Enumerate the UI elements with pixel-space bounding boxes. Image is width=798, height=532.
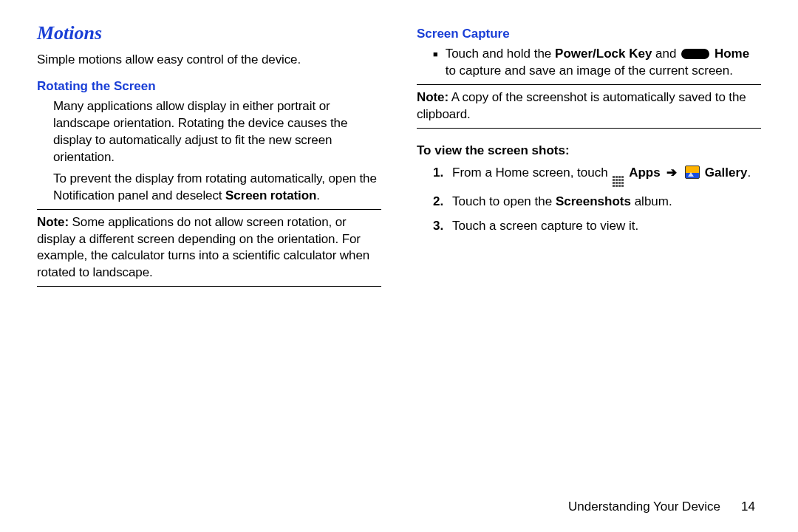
step1-pre: From a Home screen, touch: [452, 166, 611, 180]
bullet-and: and: [652, 47, 680, 61]
step1-end: .: [748, 166, 751, 180]
rotating-paragraph-2: To prevent the display from rotating aut…: [53, 171, 381, 205]
power-lock-key-term: Power/Lock Key: [555, 47, 652, 61]
note-text: A copy of the screenshot is automaticall…: [417, 90, 746, 121]
page-number: 14: [741, 499, 755, 514]
gallery-term: Gallery: [705, 166, 748, 180]
step-1: From a Home screen, touch Apps ➔ Gallery…: [433, 163, 761, 187]
divider: [37, 209, 381, 210]
bullet-text: Touch and hold the Power/Lock Key and Ho…: [446, 46, 761, 80]
screenshots-term: Screenshots: [556, 194, 631, 208]
arrow-icon: ➔: [666, 166, 677, 180]
apps-term: Apps: [629, 166, 661, 180]
section-title-motions: Motions: [37, 22, 381, 44]
capture-note: Note: A copy of the screenshot is automa…: [417, 89, 761, 123]
note-label: Note:: [417, 90, 449, 104]
home-term: Home: [715, 47, 749, 61]
view-screenshots-subhead: To view the screen shots:: [417, 143, 761, 158]
rotating-paragraph-1: Many applications allow display in eithe…: [53, 98, 381, 166]
divider: [417, 84, 761, 85]
screen-rotation-term: Screen rotation: [225, 188, 316, 202]
subsection-rotating-heading: Rotating the Screen: [37, 79, 381, 94]
home-button-icon: [681, 49, 709, 59]
manual-page: Motions Simple motions allow easy contro…: [0, 0, 798, 532]
left-column: Motions Simple motions allow easy contro…: [37, 22, 381, 499]
step2-pre: Touch to open the: [452, 194, 556, 208]
divider: [417, 128, 761, 129]
bullet-post: to capture and save an image of the curr…: [446, 64, 733, 78]
rotating-p2-suffix: .: [316, 188, 320, 202]
step2-post: album.: [631, 194, 672, 208]
divider: [37, 286, 381, 287]
bullet-pre: Touch and hold the: [446, 47, 555, 61]
view-steps-list: From a Home screen, touch Apps ➔ Gallery…: [433, 163, 761, 236]
rotating-note: Note: Some applications do not allow scr…: [37, 214, 381, 282]
note-text: Some applications do not allow screen ro…: [37, 215, 369, 280]
step-3: Touch a screen capture to view it.: [433, 216, 761, 236]
subsection-screen-capture-heading: Screen Capture: [417, 27, 761, 41]
note-label: Note:: [37, 215, 69, 229]
step-2: Touch to open the Screenshots album.: [433, 191, 761, 211]
screen-capture-bullet: ■ Touch and hold the Power/Lock Key and …: [433, 46, 761, 80]
gallery-icon: [685, 166, 700, 179]
right-column: Screen Capture ■ Touch and hold the Powe…: [417, 22, 761, 499]
apps-icon: [613, 176, 624, 187]
intro-text: Simple motions allow easy control of the…: [37, 52, 381, 69]
rotating-p2-prefix: To prevent the display from rotating aut…: [53, 171, 377, 202]
columns: Motions Simple motions allow easy contro…: [37, 22, 761, 499]
chapter-label: Understanding Your Device: [568, 499, 720, 514]
page-footer: Understanding Your Device14: [37, 499, 761, 514]
bullet-icon: ■: [433, 46, 438, 80]
